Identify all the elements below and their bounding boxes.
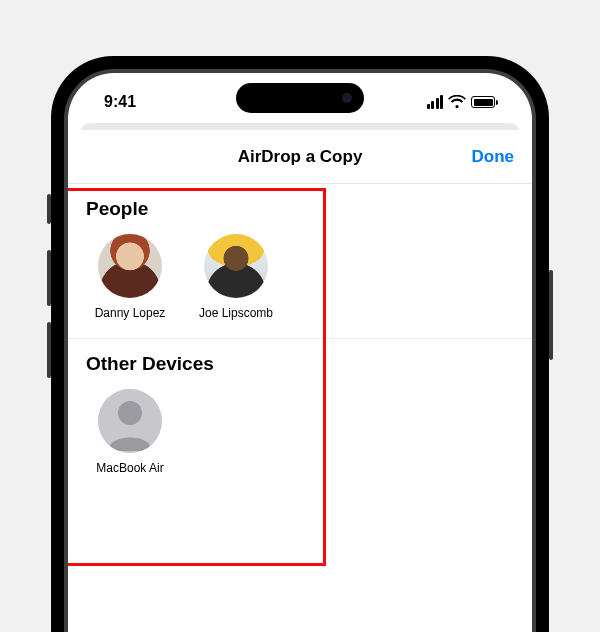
airdrop-target-danny-lopez[interactable]: Danny Lopez <box>86 234 174 320</box>
cellular-icon <box>427 95 444 109</box>
side-button-silent <box>47 194 51 224</box>
status-time: 9:41 <box>104 93 136 111</box>
target-label: Danny Lopez <box>95 306 166 320</box>
phone-inner-ring: 9:41 <box>64 69 536 632</box>
dynamic-island <box>236 83 364 113</box>
devices-section: Other Devices MacBook <box>68 339 532 493</box>
airdrop-sheet: AirDrop a Copy Done People Danny Lopez <box>68 130 532 632</box>
screen: 9:41 <box>68 73 532 632</box>
airdrop-target-joe-lipscomb[interactable]: Joe Lipscomb <box>192 234 280 320</box>
people-section: People Danny Lopez Joe Lipscomb <box>68 184 532 339</box>
iphone-frame: 9:41 <box>51 56 549 632</box>
sheet-body: People Danny Lopez Joe Lipscomb <box>68 184 532 494</box>
battery-icon <box>471 96 498 108</box>
people-header: People <box>86 198 514 220</box>
generic-person-icon <box>98 389 162 453</box>
devices-header: Other Devices <box>86 353 514 375</box>
side-button-power <box>549 270 553 360</box>
sheet-title: AirDrop a Copy <box>68 147 532 167</box>
avatar <box>204 234 268 298</box>
devices-row: MacBook Air <box>86 389 514 475</box>
side-button-volume-up <box>47 250 51 306</box>
status-icons <box>427 95 499 109</box>
done-button[interactable]: Done <box>472 147 515 167</box>
airdrop-target-macbook-air[interactable]: MacBook Air <box>86 389 174 475</box>
people-row: Danny Lopez Joe Lipscomb <box>86 234 514 320</box>
front-camera-icon <box>342 93 352 103</box>
sheet-header: AirDrop a Copy Done <box>68 130 532 184</box>
wifi-icon <box>448 95 466 109</box>
side-button-volume-down <box>47 322 51 378</box>
svg-point-1 <box>118 401 142 425</box>
avatar <box>98 234 162 298</box>
target-label: MacBook Air <box>96 461 163 475</box>
target-label: Joe Lipscomb <box>199 306 273 320</box>
